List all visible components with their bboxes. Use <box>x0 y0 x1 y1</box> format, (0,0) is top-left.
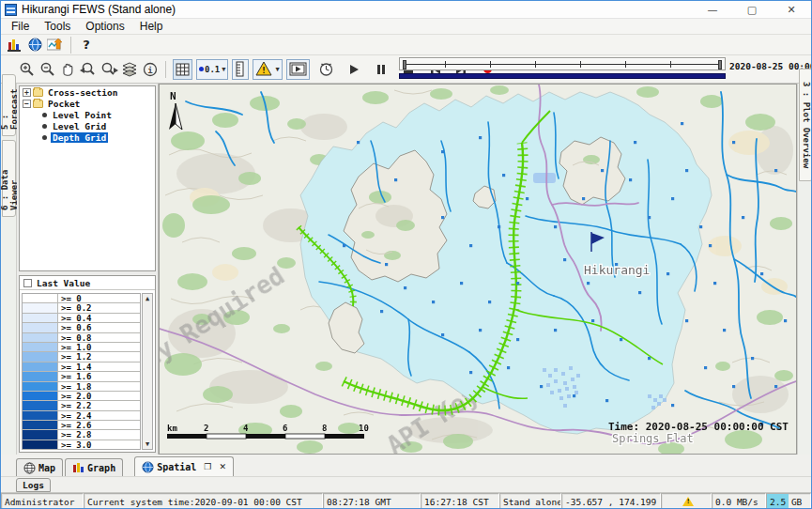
timer-icon[interactable] <box>317 60 336 79</box>
svg-text:8: 8 <box>322 424 327 433</box>
timeline-handle-left[interactable] <box>403 60 406 69</box>
zoom-previous-icon[interactable] <box>79 60 98 79</box>
legend-row[interactable]: >= 1.2 <box>23 352 140 362</box>
right-tab-strip: 3 : Plot Overview <box>797 84 812 455</box>
legend-row[interactable]: >= 0.8 <box>23 333 140 343</box>
window-title: Hikurangi FEWS (Stand alone) <box>22 3 176 16</box>
spatial-globe-icon <box>142 461 154 473</box>
legend-row[interactable]: >= 2.0 <box>23 392 140 401</box>
precision-dot-icon <box>199 67 204 71</box>
legend-color-swatch <box>23 430 58 439</box>
precision-dropdown[interactable]: 0.1 ▼ <box>196 59 228 80</box>
tab-plot-overview[interactable]: 3 : Plot Overview <box>799 69 812 181</box>
thresholds-dropdown[interactable]: ! ▼ <box>253 59 282 80</box>
legend-color-swatch <box>23 411 58 420</box>
close-button[interactable]: ✕ <box>772 1 811 18</box>
scroll-down-icon[interactable]: ▼ <box>146 440 149 449</box>
help-button[interactable]: ? <box>77 36 96 54</box>
svg-text:10: 10 <box>359 424 369 433</box>
collapse-icon[interactable]: − <box>23 100 31 108</box>
grid-toggle-button[interactable] <box>173 59 192 80</box>
spatial-graph-icon[interactable] <box>46 36 65 54</box>
legend-row-label: >= 2.8 <box>58 430 140 439</box>
timeline-handle-right[interactable] <box>718 60 722 69</box>
legend-color-swatch <box>23 440 58 449</box>
tree-item-cross-section[interactable]: +Cross-section <box>20 86 155 98</box>
menu-tools[interactable]: Tools <box>38 19 77 34</box>
map-globe-icon <box>23 462 36 474</box>
tab-spatial[interactable]: Spatial ❐ ✕ <box>134 456 234 476</box>
legend-scrollbar[interactable]: ▲ ▼ <box>142 293 153 450</box>
status-bar: AdministratorCurrent system time:2020-09… <box>1 493 811 509</box>
legend-row[interactable]: >= 0.6 <box>23 323 140 332</box>
legend-color-swatch <box>23 343 58 351</box>
last-value-checkbox[interactable] <box>23 279 32 287</box>
legend-color-swatch <box>23 323 58 332</box>
legend-row[interactable]: >= 1.0 <box>23 343 140 352</box>
map-time-overlay: Time: 2020-08-25 00:00:00 CST <box>608 421 789 433</box>
map-canvas[interactable]: API Key Required API Key Required <box>160 85 796 454</box>
svg-text:2: 2 <box>204 424 208 433</box>
legend-row[interactable]: >= 0.2 <box>23 303 140 313</box>
zoom-next-icon[interactable] <box>100 60 118 79</box>
menu-file[interactable]: File <box>5 19 36 34</box>
tab-logs[interactable]: Logs <box>16 478 51 492</box>
legend-row[interactable]: >= 2.6 <box>23 421 140 430</box>
tab-graph[interactable]: Graph <box>65 458 123 476</box>
legend-row[interactable]: >= 0.4 <box>23 314 140 323</box>
status-08-27-18-gmt: 08:27:18 GMT <box>323 493 421 509</box>
globe-display-icon[interactable] <box>25 36 44 54</box>
layers-icon[interactable] <box>120 60 139 79</box>
scroll-up-icon[interactable]: ▲ <box>146 294 149 303</box>
tab-map-label: Map <box>38 463 55 473</box>
legend-row-label: >= 2.0 <box>58 392 140 400</box>
minimize-button[interactable]: — <box>693 1 732 18</box>
legend-panel: Last Value >= 0>= 0.2>= 0.4>= 0.6>= 0.8>… <box>19 275 156 453</box>
info-icon[interactable]: i <box>141 60 160 79</box>
legend-row[interactable]: >= 2.4 <box>23 411 140 421</box>
timeline-slider[interactable] <box>399 57 726 82</box>
menu-options[interactable]: Options <box>79 19 130 34</box>
menu-help[interactable]: Help <box>133 19 170 34</box>
legend-row[interactable]: >= 3.0 <box>23 440 140 450</box>
data-display-icon[interactable] <box>5 36 23 54</box>
panel-close-icon[interactable]: ✕ <box>219 462 226 471</box>
legend-row[interactable]: >= 0 <box>23 294 140 303</box>
animation-button[interactable] <box>286 59 310 80</box>
tab-forecast[interactable]: 5 : Forecast <box>2 74 16 136</box>
pause-button[interactable] <box>372 60 391 79</box>
tree-item-level-grid[interactable]: Level Grid <box>20 120 155 131</box>
status-16-27-18-cst: 16:27:18 CST <box>421 493 499 509</box>
tree-item-depth-grid[interactable]: Depth Grid <box>20 131 155 143</box>
legend-row[interactable]: >= 1.8 <box>23 382 140 392</box>
legend-row-label: >= 0 <box>58 294 140 302</box>
zoom-out-icon[interactable] <box>38 60 56 79</box>
play-button[interactable] <box>345 60 363 79</box>
zoom-in-icon[interactable] <box>17 60 36 79</box>
warning-icon[interactable] <box>682 497 694 506</box>
timeline-progress-bar <box>399 73 726 79</box>
legend-row[interactable]: >= 2.2 <box>23 401 140 410</box>
status-0-0-mb-s: 0.0 MB/s <box>712 493 766 509</box>
tab-map[interactable]: Map <box>16 458 63 476</box>
legend-row[interactable]: >= 2.8 <box>23 430 140 440</box>
tab-data-viewer[interactable]: 6 : Data Viewer <box>2 140 16 217</box>
pan-hand-icon[interactable] <box>58 60 77 79</box>
folder-icon <box>33 88 43 97</box>
legend-header: Last Value <box>20 276 155 290</box>
profile-scale-button[interactable] <box>232 59 249 80</box>
tree-item-pocket[interactable]: −Pocket <box>20 98 155 109</box>
maximize-button[interactable]: ▢ <box>732 1 772 18</box>
panel-maximize-icon[interactable]: ❐ <box>204 462 211 471</box>
tree-item-level-point[interactable]: Level Point <box>20 109 155 120</box>
left-tab-strip: 5 : Forecast 6 : Data Viewer <box>1 84 17 455</box>
tab-graph-label: Graph <box>87 463 115 473</box>
legend-row[interactable]: >= 1.4 <box>23 362 140 372</box>
svg-text:!: ! <box>262 66 267 75</box>
legend-row[interactable]: >= 1.6 <box>23 372 140 381</box>
timeline-track[interactable] <box>399 57 726 70</box>
legend-color-swatch <box>23 392 58 400</box>
map-viewport: API Key Required API Key Required <box>159 84 797 455</box>
expand-icon[interactable]: + <box>23 88 31 97</box>
svg-text:4: 4 <box>243 424 249 433</box>
